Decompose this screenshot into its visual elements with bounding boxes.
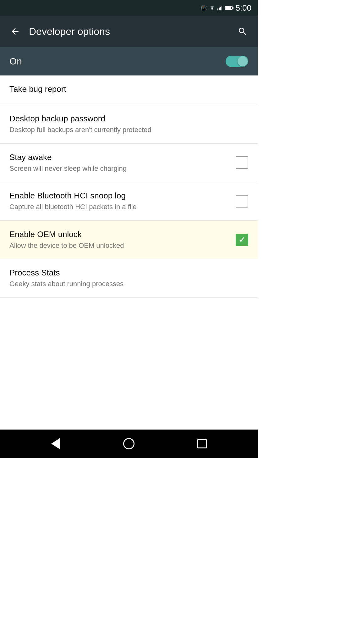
settings-item-title-enable-bluetooth-hci: Enable Bluetooth HCI snoop log bbox=[9, 191, 229, 201]
settings-item-title-stay-awake: Stay awake bbox=[9, 153, 229, 162]
settings-item-text-enable-bluetooth-hci: Enable Bluetooth HCI snoop logCapture al… bbox=[9, 191, 236, 212]
settings-item-enable-oem-unlock[interactable]: Enable OEM unlockAllow the device to be … bbox=[0, 221, 258, 259]
settings-item-subtitle-enable-bluetooth-hci: Capture all bluetooth HCI packets in a f… bbox=[9, 203, 229, 212]
settings-item-subtitle-stay-awake: Screen will never sleep while charging bbox=[9, 164, 229, 173]
settings-item-text-process-stats: Process StatsGeeky stats about running p… bbox=[9, 268, 248, 289]
signal-icon bbox=[217, 5, 223, 10]
settings-item-text-stay-awake: Stay awakeScreen will never sleep while … bbox=[9, 153, 236, 173]
svg-rect-2 bbox=[220, 7, 221, 10]
settings-item-text-enable-oem-unlock: Enable OEM unlockAllow the device to be … bbox=[9, 230, 236, 250]
settings-item-text-take-bug-report: Take bug report bbox=[9, 84, 248, 96]
settings-item-take-bug-report[interactable]: Take bug report bbox=[0, 75, 258, 105]
settings-item-title-enable-oem-unlock: Enable OEM unlock bbox=[9, 230, 229, 239]
checkbox-stay-awake[interactable] bbox=[236, 156, 248, 169]
settings-item-text-desktop-backup-password: Desktop backup passwordDesktop full back… bbox=[9, 114, 248, 135]
checkbox-enable-bluetooth-hci[interactable] bbox=[236, 195, 248, 208]
settings-item-subtitle-desktop-backup-password: Desktop full backups aren't currently pr… bbox=[9, 125, 242, 135]
settings-item-enable-bluetooth-hci[interactable]: Enable Bluetooth HCI snoop logCapture al… bbox=[0, 182, 258, 221]
svg-rect-1 bbox=[219, 8, 220, 10]
svg-rect-3 bbox=[221, 6, 222, 10]
developer-options-toggle-section: On bbox=[0, 47, 258, 75]
settings-item-subtitle-enable-oem-unlock: Allow the device to be OEM unlocked bbox=[9, 241, 229, 250]
settings-item-title-take-bug-report: Take bug report bbox=[9, 84, 242, 94]
developer-options-toggle[interactable] bbox=[226, 56, 248, 67]
vibrate-icon: 📳 bbox=[200, 5, 207, 11]
settings-list: Take bug reportDesktop backup passwordDe… bbox=[0, 75, 258, 430]
settings-item-title-desktop-backup-password: Desktop backup password bbox=[9, 114, 242, 124]
wifi-icon bbox=[209, 5, 216, 10]
settings-item-process-stats[interactable]: Process StatsGeeky stats about running p… bbox=[0, 259, 258, 298]
status-time: 5:00 bbox=[235, 3, 251, 13]
battery-icon bbox=[225, 6, 233, 10]
svg-rect-0 bbox=[217, 8, 218, 10]
nav-home-button[interactable] bbox=[120, 435, 138, 452]
settings-item-desktop-backup-password[interactable]: Desktop backup passwordDesktop full back… bbox=[0, 105, 258, 144]
back-button[interactable] bbox=[8, 24, 23, 39]
status-icons: 📳 5:00 bbox=[200, 3, 251, 13]
search-button[interactable] bbox=[235, 24, 250, 39]
settings-item-stay-awake[interactable]: Stay awakeScreen will never sleep while … bbox=[0, 144, 258, 182]
nav-recent-button[interactable] bbox=[193, 435, 211, 452]
settings-item-subtitle-process-stats: Geeky stats about running processes bbox=[9, 280, 242, 289]
page-title: Developer options bbox=[29, 26, 229, 37]
on-off-label: On bbox=[9, 56, 22, 67]
app-bar: Developer options bbox=[0, 16, 258, 47]
nav-bar bbox=[0, 430, 258, 458]
status-bar: 📳 5:00 bbox=[0, 0, 258, 16]
settings-item-title-process-stats: Process Stats bbox=[9, 268, 242, 278]
checkbox-enable-oem-unlock[interactable] bbox=[236, 234, 248, 246]
nav-back-button[interactable] bbox=[47, 435, 64, 452]
toggle-knob bbox=[238, 56, 248, 66]
